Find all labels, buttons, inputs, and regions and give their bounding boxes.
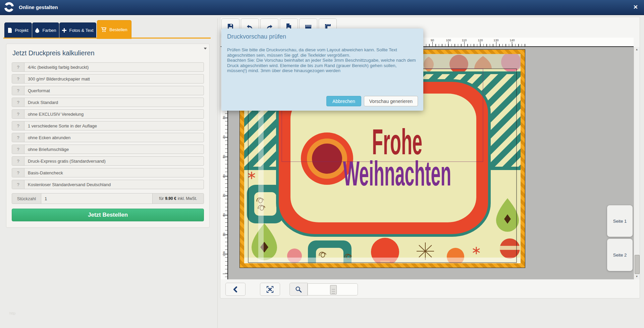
ruler-label: 30	[222, 113, 226, 122]
select-value: ohne Briefumschläge	[24, 145, 204, 154]
help-button[interactable]: ?	[12, 121, 24, 130]
fit-screen-icon	[266, 286, 274, 293]
quantity-label: Stückzahl	[12, 194, 41, 204]
ruler-label: 120	[478, 39, 483, 42]
tabs-underline	[3, 38, 211, 39]
select-value: Druck-Express gratis (Standardversand)	[24, 157, 204, 165]
select-value: Basis-Datencheck	[24, 168, 204, 177]
dialog-buttons: Abbrechen Vorschau generieren	[326, 96, 418, 106]
page-label: Seite 1	[613, 219, 627, 224]
app-title: Online gestalten	[19, 4, 58, 10]
zoom-button[interactable]	[289, 283, 308, 296]
select-value: Kostenloser Standardversand Deutschland	[24, 180, 204, 189]
tab-projekt[interactable]: Projekt	[4, 22, 32, 38]
page-label: Seite 2	[613, 253, 627, 258]
ruler-label: 130	[493, 39, 498, 42]
dialog-body: Prüfen Sie bitte die Druckvorschau, da d…	[227, 47, 418, 73]
help-button[interactable]: ?	[12, 168, 24, 177]
ruler-label: 40	[222, 133, 226, 142]
ruler-label: 90	[222, 230, 226, 239]
option-finish-select[interactable]: ? ohne EXCLUSIV Veredelung	[12, 109, 204, 119]
select-value: 300 g/m² Bilderdruckpapier matt	[24, 74, 204, 83]
help-button[interactable]: ?	[12, 63, 24, 71]
cart-icon	[101, 27, 107, 32]
price-calculator-panel: Jetzt Druckpreis kalkulieren ? 4/4c (bei…	[6, 44, 210, 228]
tab-label: Bestellen	[109, 27, 127, 32]
ruler-label: 100	[222, 250, 226, 258]
paint-icon	[35, 28, 40, 33]
tab-label: Fotos & Text	[69, 28, 93, 33]
quantity-row: Stückzahl für 9.90 € inkl. MwSt.	[12, 193, 204, 204]
document-icon	[8, 28, 12, 33]
quantity-input[interactable]	[41, 194, 152, 204]
select-value: 1 verschiedene Sorte in der Auflage	[24, 121, 204, 130]
canvas-scrollbar[interactable]: ▲ ▼	[634, 47, 640, 279]
tab-farben[interactable]: Farben	[32, 22, 59, 38]
option-shipping-select[interactable]: ? Kostenloser Standardversand Deutschlan…	[12, 180, 204, 189]
help-button[interactable]: ?	[12, 74, 24, 83]
ruler-label: 90	[431, 39, 434, 42]
plus-icon	[62, 28, 66, 33]
scrollbar-thumb[interactable]	[635, 255, 640, 274]
druckvorschau-dialog: Druckvorschau prüfen Prüfen Sie bitte di…	[221, 29, 423, 111]
ruler-label: 80	[222, 211, 226, 219]
option-color-select[interactable]: ? 4/4c (beidseitig farbig bedruckt)	[12, 62, 204, 72]
order-now-button[interactable]: Jetzt Bestellen	[12, 209, 204, 221]
option-sorts-select[interactable]: ? 1 verschiedene Sorte in der Auflage	[12, 121, 204, 130]
help-button[interactable]: ?	[12, 180, 24, 189]
app-header: Online gestalten ✕	[0, 0, 644, 15]
ruler-label: 110	[462, 39, 467, 42]
close-icon[interactable]: ✕	[633, 4, 638, 11]
help-button[interactable]: ?	[12, 110, 24, 118]
chevron-left-icon	[232, 286, 238, 292]
page-thumb-seite-2[interactable]: Seite 2	[607, 239, 633, 271]
option-format-select[interactable]: ? Querformat	[12, 86, 204, 95]
fit-screen-button[interactable]	[260, 283, 280, 296]
form-title: Jetzt Druckpreis kalkulieren	[12, 49, 204, 57]
help-button[interactable]: ?	[12, 86, 24, 95]
help-button[interactable]: ?	[12, 133, 24, 142]
cancel-button[interactable]: Abbrechen	[326, 96, 361, 106]
price-value: 9.90 €	[165, 196, 176, 201]
select-value: 4/4c (beidseitig farbig bedruckt)	[24, 63, 204, 71]
zoom-slider-handle[interactable]	[330, 285, 337, 294]
price-display: für 9.90 € inkl. MwSt.	[152, 194, 204, 204]
select-value: Querformat	[24, 86, 204, 95]
generate-preview-button[interactable]: Vorschau generieren	[364, 96, 418, 106]
online-gestalten-app: Online gestalten ✕ Projekt Farben Fotos …	[0, 0, 644, 328]
scroll-down-icon[interactable]: ▼	[634, 274, 640, 279]
ruler-label: 140	[509, 39, 515, 42]
ruler-label: 50	[222, 152, 226, 161]
panel-divider	[217, 18, 218, 328]
help-button[interactable]: ?	[12, 145, 24, 154]
option-envelopes-select[interactable]: ? ohne Briefumschläge	[12, 145, 204, 154]
dialog-title: Druckvorschau prüfen	[227, 33, 286, 40]
tab-label: Farben	[42, 28, 56, 33]
app-logo-icon	[3, 1, 15, 13]
option-corners-select[interactable]: ? ohne Ecken abrunden	[12, 133, 204, 142]
page-thumb-seite-1[interactable]: Seite 1	[607, 205, 633, 237]
ruler-label: 100	[446, 39, 451, 42]
select-value: ohne EXCLUSIV Veredelung	[24, 110, 204, 118]
option-datacheck-select[interactable]: ? Basis-Datencheck	[12, 168, 204, 177]
select-value: ohne Ecken abrunden	[24, 133, 204, 142]
select-value: Druck Standard	[24, 98, 204, 107]
tab-label: Projekt	[15, 28, 28, 33]
tab-bestellen[interactable]: Bestellen	[97, 20, 131, 39]
option-paper-select[interactable]: ? 300 g/m² Bilderdruckpapier matt	[12, 74, 204, 84]
tab-fotos-text[interactable]: Fotos & Text	[59, 22, 96, 38]
design-text-line2: Weihnachten	[343, 154, 451, 193]
ruler-label: 60	[222, 172, 226, 180]
help-button[interactable]: ?	[12, 98, 24, 107]
zoom-slider[interactable]	[308, 283, 358, 295]
dialog-paragraph: Prüfen Sie bitte die Druckvorschau, da d…	[227, 47, 418, 58]
help-button[interactable]: ?	[12, 157, 24, 165]
zoom-icon	[295, 286, 302, 293]
option-print-select[interactable]: ? Druck Standard	[12, 98, 204, 107]
option-express-select[interactable]: ? Druck-Express gratis (Standardversand)	[12, 156, 204, 166]
dialog-paragraph: Beachten Sie: Die Vorschau beinhaltet an…	[227, 58, 418, 73]
ruler-label: 70	[222, 191, 226, 200]
back-button[interactable]	[225, 283, 246, 296]
footer-link: http	[9, 311, 15, 315]
scroll-up-icon[interactable]: ▲	[634, 47, 640, 52]
